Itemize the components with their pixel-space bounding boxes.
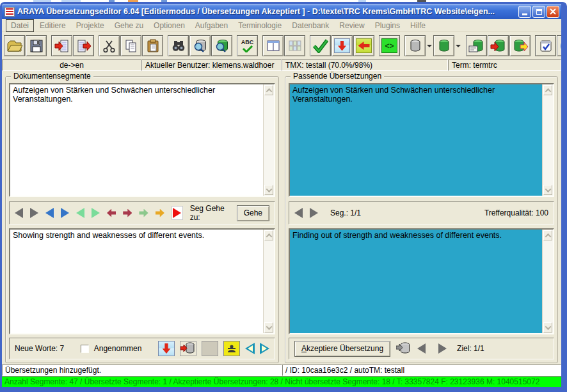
user-segment-button[interactable] <box>223 341 240 356</box>
database-export-button[interactable] <box>509 35 531 56</box>
menu-gehe-zu[interactable]: Gehe zu <box>110 20 148 31</box>
grid-view-button[interactable] <box>284 35 305 56</box>
previous-segment-button[interactable] <box>45 208 54 218</box>
scroll-down-button[interactable] <box>264 185 273 195</box>
menu-projekte[interactable]: Projekte <box>72 20 109 31</box>
title-bar[interactable]: ARAYA Übersetzungseditor 6.04 [Editiermo… <box>2 4 561 19</box>
target-counter: Ziel: 1/1 <box>457 344 484 353</box>
target-segment-textarea[interactable]: Showing strength and weaknesses of diffe… <box>9 228 275 334</box>
previous-translated-button[interactable] <box>76 208 84 218</box>
match-source-textarea[interactable]: Aufzeigen von Stärken und Schwächen unte… <box>289 83 554 197</box>
tm-green-database-button[interactable] <box>433 35 454 56</box>
accept-translation-button[interactable]: Akzeptiere Übersetzung <box>294 341 390 357</box>
close-button[interactable] <box>547 6 559 18</box>
scrollbar[interactable] <box>542 230 553 333</box>
status-bar: Übersetzungen hinzugefügt. / ID: 10caa16… <box>2 365 561 376</box>
split-view-button[interactable] <box>262 35 284 56</box>
move-down-button[interactable] <box>331 35 353 56</box>
find-button[interactable] <box>168 35 189 56</box>
next-target-button[interactable] <box>438 343 447 354</box>
scroll-up-button[interactable] <box>264 85 273 95</box>
cut-button[interactable] <box>99 35 120 56</box>
search-term-icon <box>214 38 230 54</box>
search-tm-icon <box>193 38 208 54</box>
move-back-button[interactable] <box>353 35 374 56</box>
menu-datenbank[interactable]: Datenbank <box>287 20 333 31</box>
menu-terminologie[interactable]: Terminologie <box>234 20 286 31</box>
match-target-textarea[interactable]: Finding out of strength and weaknesses o… <box>289 228 554 334</box>
spellcheck-icon: ABC <box>241 40 254 52</box>
menu-review[interactable]: Review <box>335 20 369 31</box>
last-segment-button[interactable] <box>30 208 38 218</box>
scroll-up-button[interactable] <box>543 230 552 240</box>
accepted-checkbox[interactable] <box>81 345 89 353</box>
scroll-up-button[interactable] <box>264 230 273 240</box>
minimize-button[interactable] <box>518 6 531 18</box>
matching-translations-panel: Passende Übersetzungen Aufzeigen von Stä… <box>285 76 558 363</box>
tm-gray-dropdown[interactable] <box>426 35 433 56</box>
accepted-checkbox-label: Angenommen <box>94 344 142 353</box>
scrollbar[interactable] <box>263 84 274 196</box>
database-import-button[interactable] <box>488 35 509 56</box>
menu-optionen[interactable]: Optionen <box>149 20 189 31</box>
source-segment-textarea[interactable]: Aufzeigen von Stärken und Schwächen unte… <box>9 83 275 197</box>
database-card-button[interactable] <box>466 35 487 56</box>
accept-mnemonic: A <box>301 344 307 353</box>
menu-datei[interactable]: Datei <box>6 19 34 32</box>
save-button[interactable] <box>26 35 47 56</box>
previous-target-button[interactable] <box>417 343 426 354</box>
insert-translation-button[interactable] <box>158 341 175 356</box>
validate-button[interactable] <box>535 35 556 56</box>
segment-goto-label: Seg Gehe zu: <box>190 204 227 222</box>
tags-button[interactable]: <> <box>379 35 400 56</box>
menu-bar: Datei Editiere Projekte Gehe zu Optionen… <box>2 19 561 32</box>
scroll-down-button[interactable] <box>264 322 273 333</box>
store-translation-button[interactable] <box>395 341 412 356</box>
scrollbar[interactable] <box>263 230 274 333</box>
tags-icon: <> <box>381 38 397 53</box>
search-term-button[interactable] <box>211 35 232 56</box>
target-segment-text: Showing strength and weaknesses of diffe… <box>13 231 204 240</box>
open-button[interactable] <box>4 35 25 56</box>
save-to-tm-button[interactable] <box>180 341 196 356</box>
previous-match-button[interactable] <box>294 208 303 218</box>
document-segments-title: Dokumentensegmente <box>11 72 93 81</box>
next-new-word-button[interactable] <box>260 343 269 354</box>
segment-export-icon <box>76 38 92 54</box>
copy-icon <box>124 38 139 54</box>
segment-import-button[interactable] <box>51 35 72 56</box>
first-segment-button[interactable] <box>15 208 23 218</box>
menu-editiere[interactable]: Editiere <box>35 20 70 31</box>
tm-green-dropdown[interactable] <box>455 35 461 56</box>
previous-new-word-button[interactable] <box>245 343 255 354</box>
app-icon <box>4 7 15 17</box>
search-tm-button[interactable] <box>189 35 211 56</box>
menu-plugins[interactable]: Plugins <box>371 20 404 31</box>
accept-check-button[interactable] <box>310 35 331 56</box>
go-current-segment-button[interactable] <box>172 206 183 220</box>
scroll-down-button[interactable] <box>543 185 552 195</box>
segment-export-button[interactable] <box>73 35 94 56</box>
maximize-button[interactable] <box>532 6 545 18</box>
info-button[interactable]: i <box>557 35 567 56</box>
next-match-button[interactable] <box>310 208 318 218</box>
scroll-up-button[interactable] <box>543 85 552 95</box>
scroll-down-button[interactable] <box>543 322 552 333</box>
database-card-icon <box>468 38 485 54</box>
blank-button[interactable] <box>202 341 218 356</box>
next-translated-button[interactable] <box>92 208 100 218</box>
tm-gray-database-button[interactable] <box>404 35 426 56</box>
paste-button[interactable] <box>142 35 163 56</box>
scrollbar[interactable] <box>542 84 553 196</box>
menu-hilfe[interactable]: Hilfe <box>406 20 430 31</box>
previous-untranslated-button[interactable] <box>107 209 116 217</box>
spellcheck-button[interactable]: ABC <box>237 35 258 56</box>
segment-goto-button[interactable]: Gehe <box>237 205 269 221</box>
copy-button[interactable] <box>120 35 141 56</box>
next-segment-button[interactable] <box>61 208 69 218</box>
next-pending-button[interactable] <box>156 209 164 217</box>
match-source-text: Aufzeigen von Stärken und Schwächen unte… <box>292 86 495 104</box>
menu-aufgaben[interactable]: Aufgaben <box>191 20 232 31</box>
next-accepted-button[interactable] <box>139 209 148 217</box>
next-untranslated-button[interactable] <box>123 209 132 217</box>
